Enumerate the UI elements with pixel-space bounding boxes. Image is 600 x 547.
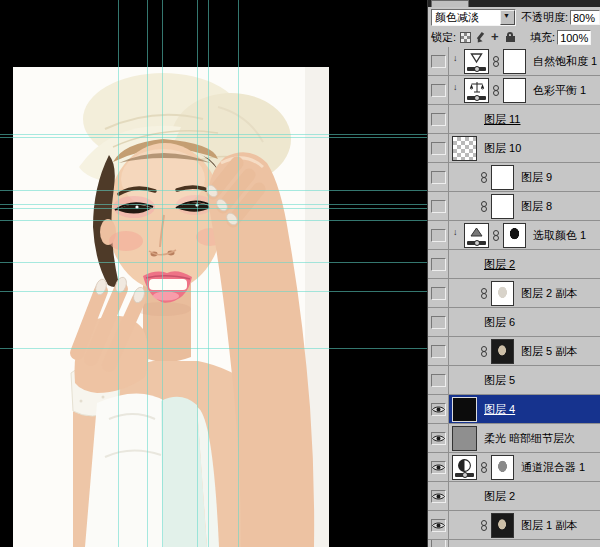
layer-row-6[interactable]: 图层 8 — [428, 192, 600, 221]
layer-name[interactable]: 柔光 暗部细节层次 — [484, 431, 575, 446]
layer-row-17[interactable]: 图层 1 副本 — [428, 511, 600, 540]
lock-transparency-icon[interactable] — [460, 32, 471, 43]
layer-name[interactable]: 图层 6 — [484, 315, 515, 330]
guide-horizontal[interactable] — [0, 134, 427, 135]
layer-row-partial[interactable] — [428, 540, 600, 547]
layer-row-body[interactable]: 图层 2 — [449, 482, 600, 510]
layer-row-body[interactable]: 图层 2 — [449, 250, 600, 278]
guide-horizontal[interactable] — [0, 348, 427, 349]
opacity-input[interactable]: 80% — [570, 10, 600, 25]
eye-empty[interactable] — [431, 171, 446, 184]
visibility-cell[interactable] — [428, 134, 449, 162]
visibility-cell[interactable] — [428, 540, 449, 547]
eye-empty[interactable] — [431, 113, 446, 126]
layer-row-body[interactable]: 图层 9 — [449, 163, 600, 191]
fill-input[interactable]: 100% — [557, 30, 591, 45]
layer-row-body[interactable]: 柔光 暗部细节层次 — [449, 424, 600, 452]
layer-row-2[interactable]: 色彩平衡 1 — [428, 76, 600, 105]
eye-empty[interactable] — [431, 345, 446, 358]
layer-name[interactable]: 图层 4 — [484, 402, 515, 417]
guide-horizontal[interactable] — [0, 208, 427, 209]
layer-row-9[interactable]: 图层 2 副本 — [428, 279, 600, 308]
layer-name[interactable]: 图层 8 — [521, 199, 552, 214]
eye-icon[interactable] — [431, 432, 446, 445]
layer-mask-thumbnail[interactable] — [491, 165, 514, 190]
layer-row-body[interactable]: 自然饱和度 1 — [449, 47, 600, 75]
layer-name[interactable]: 图层 5 副本 — [521, 344, 577, 359]
layer-row-14[interactable]: 柔光 暗部细节层次 — [428, 424, 600, 453]
layer-name[interactable]: 图层 10 — [484, 141, 521, 156]
layer-row-3[interactable]: 图层 11 — [428, 105, 600, 134]
layer-name[interactable]: 通道混合器 1 — [521, 460, 585, 475]
visibility-cell[interactable] — [428, 221, 449, 249]
layer-row-body[interactable]: 图层 10 — [449, 134, 600, 162]
eye-empty[interactable] — [431, 200, 446, 213]
adj-channel-thumbnail[interactable] — [452, 455, 477, 480]
visibility-cell[interactable] — [428, 395, 449, 423]
adj-balance-thumbnail[interactable] — [464, 78, 489, 103]
adj-vibrance-thumbnail[interactable] — [464, 49, 489, 74]
layer-row-body[interactable]: 图层 8 — [449, 192, 600, 220]
layer-row-13[interactable]: 图层 4 — [428, 395, 600, 424]
visibility-cell[interactable] — [428, 47, 449, 75]
photo-document[interactable] — [13, 67, 329, 547]
visibility-cell[interactable] — [428, 453, 449, 481]
eye-empty[interactable] — [431, 374, 446, 387]
eye-empty[interactable] — [431, 229, 446, 242]
layer-name[interactable]: 图层 2 — [484, 489, 515, 504]
visibility-cell[interactable] — [428, 105, 449, 133]
layer-row-body[interactable]: 色彩平衡 1 — [449, 76, 600, 104]
layer-name[interactable]: 图层 5 — [484, 373, 515, 388]
layer-name[interactable]: 图层 11 — [484, 112, 520, 127]
layer-row-8[interactable]: 图层 2 — [428, 250, 600, 279]
layer-name[interactable]: 选取颜色 1 — [533, 228, 586, 243]
visibility-cell[interactable] — [428, 482, 449, 510]
eye-icon[interactable] — [431, 540, 446, 547]
layer-mask-thumbnail[interactable] — [491, 455, 514, 480]
visibility-cell[interactable] — [428, 337, 449, 365]
eye-empty[interactable] — [431, 55, 446, 68]
layers-tab[interactable] — [431, 0, 469, 7]
eye-icon[interactable] — [431, 461, 446, 474]
eye-icon[interactable] — [431, 403, 446, 416]
visibility-cell[interactable] — [428, 250, 449, 278]
visibility-cell[interactable] — [428, 192, 449, 220]
blend-mode-select[interactable]: 颜色减淡 — [431, 9, 516, 26]
guide-horizontal[interactable] — [0, 190, 427, 191]
guide-horizontal[interactable] — [0, 220, 427, 221]
visibility-cell[interactable] — [428, 76, 449, 104]
eye-empty[interactable] — [431, 258, 446, 271]
guide-vertical[interactable] — [118, 0, 119, 547]
layer-row-body[interactable]: 选取颜色 1 — [449, 221, 600, 249]
visibility-cell[interactable] — [428, 366, 449, 394]
guide-horizontal[interactable] — [0, 291, 427, 292]
layer-row-body[interactable]: 图层 6 — [449, 308, 600, 336]
guide-vertical[interactable] — [238, 0, 239, 547]
chevron-down-icon[interactable] — [500, 10, 515, 25]
layer-row-12[interactable]: 图层 5 — [428, 366, 600, 395]
layer-row-body[interactable]: 图层 1 副本 — [449, 511, 600, 539]
layer-name[interactable]: 色彩平衡 1 — [533, 83, 586, 98]
visibility-cell[interactable] — [428, 308, 449, 336]
layer-row-4[interactable]: 图层 10 — [428, 134, 600, 163]
eye-icon[interactable] — [431, 519, 446, 532]
layer-row-body[interactable]: 通道混合器 1 — [449, 453, 600, 481]
layer-name[interactable]: 图层 1 副本 — [521, 518, 577, 533]
layer-thumbnail[interactable] — [452, 426, 477, 451]
guide-horizontal[interactable] — [0, 137, 427, 138]
layer-row-15[interactable]: 通道混合器 1 — [428, 453, 600, 482]
canvas-area[interactable] — [0, 0, 427, 547]
layer-mask-thumbnail[interactable] — [503, 223, 526, 248]
lock-pixels-icon[interactable] — [475, 32, 486, 43]
eye-empty[interactable] — [431, 316, 446, 329]
visibility-cell[interactable] — [428, 511, 449, 539]
layer-row-10[interactable]: 图层 6 — [428, 308, 600, 337]
layer-name[interactable]: 图层 2 — [484, 257, 515, 272]
layer-row-body[interactable]: 图层 5 — [449, 366, 600, 394]
guide-vertical[interactable] — [208, 0, 209, 547]
layer-row-16[interactable]: 图层 2 — [428, 482, 600, 511]
layer-mask-thumbnail[interactable] — [491, 194, 514, 219]
layer-row-body[interactable]: 图层 2 副本 — [449, 279, 600, 307]
layer-mask-thumbnail[interactable] — [491, 513, 514, 538]
layer-name[interactable]: 图层 9 — [521, 170, 552, 185]
